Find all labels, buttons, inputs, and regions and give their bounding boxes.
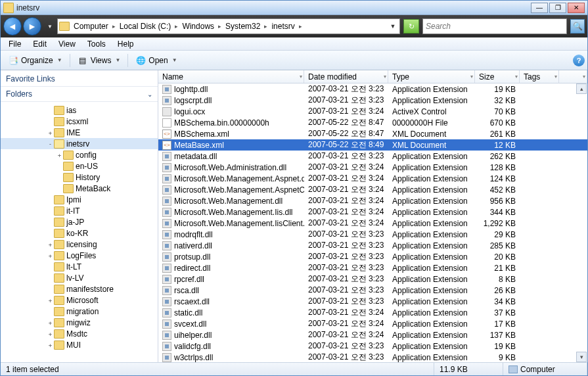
- menu-view[interactable]: View: [53, 38, 81, 50]
- file-row[interactable]: w3ctrlps.dll2007-03-21 오전 3:23Applicatio…: [158, 352, 587, 362]
- search-button[interactable]: 🔍: [570, 19, 585, 34]
- tree-item[interactable]: icsxml: [1, 116, 158, 127]
- help-button[interactable]: ?: [573, 55, 585, 66]
- file-row[interactable]: MBSchema.xml2007-05-22 오전 8:47XML Docume…: [158, 128, 587, 139]
- tree-item[interactable]: ko-KR: [1, 227, 158, 239]
- tree-item[interactable]: +Microsoft: [1, 294, 158, 306]
- expand-toggle[interactable]: -: [47, 141, 54, 147]
- column-tags[interactable]: Tags▾: [520, 70, 559, 83]
- tree-item[interactable]: +IME: [1, 127, 158, 138]
- file-row[interactable]: rpcref.dll2007-03-21 오전 3:23Application …: [158, 273, 587, 285]
- forward-button[interactable]: ►: [23, 17, 41, 35]
- expand-toggle[interactable]: +: [47, 319, 54, 326]
- breadcrumb-segment[interactable]: Local Disk (C:): [117, 22, 174, 31]
- maximize-button[interactable]: ❐: [549, 3, 566, 13]
- column-type[interactable]: Type▾: [388, 70, 475, 83]
- tree-item[interactable]: +Msdtc: [1, 328, 158, 339]
- tree-item[interactable]: +migwiz: [1, 317, 158, 328]
- menu-edit[interactable]: Edit: [28, 38, 52, 50]
- expand-toggle[interactable]: +: [56, 152, 63, 158]
- tree-item[interactable]: it-IT: [1, 205, 158, 216]
- address-bar[interactable]: Computer▸Local Disk (C:)▸Windows▸System3…: [57, 18, 400, 34]
- tree-item[interactable]: +config: [1, 149, 158, 160]
- chevron-down-icon[interactable]: ▾: [583, 74, 585, 80]
- file-row[interactable]: protsup.dll2007-03-21 오전 3:23Application…: [158, 251, 587, 262]
- tree-item[interactable]: +MUI: [1, 339, 158, 350]
- column-name[interactable]: Name▾: [158, 70, 304, 83]
- file-row[interactable]: Microsoft.Web.Administration.dll2007-03-…: [158, 162, 587, 173]
- search-input[interactable]: [426, 22, 564, 31]
- file-row[interactable]: logui.ocx2007-03-21 오전 3:24ActiveX Contr…: [158, 106, 587, 117]
- menu-file[interactable]: File: [3, 38, 26, 50]
- back-button[interactable]: ◄: [3, 17, 22, 35]
- expand-toggle[interactable]: +: [47, 297, 54, 304]
- tree-item[interactable]: -inetsrv: [1, 138, 158, 149]
- file-row[interactable]: Microsoft.Web.Management.IisClient.dll20…: [158, 218, 587, 229]
- breadcrumb-segment[interactable]: System32: [223, 22, 263, 31]
- breadcrumb-segment[interactable]: Windows: [179, 22, 217, 31]
- expand-toggle[interactable]: +: [47, 342, 54, 348]
- chevron-down-icon[interactable]: ▾: [470, 74, 473, 80]
- file-row[interactable]: Microsoft.Web.Management.dll2007-03-21 오…: [158, 195, 587, 206]
- tree-item[interactable]: migration: [1, 306, 158, 317]
- scroll-down-button[interactable]: ▾: [576, 352, 587, 362]
- close-button[interactable]: ✕: [568, 3, 585, 13]
- file-row[interactable]: MBSchema.bin.00000000h2007-05-22 오전 8:47…: [158, 117, 587, 128]
- views-button[interactable]: ▤ Views ▼: [73, 53, 125, 68]
- chevron-right-icon[interactable]: ▸: [173, 23, 179, 30]
- chevron-right-icon[interactable]: ▸: [263, 23, 269, 30]
- chevron-right-icon[interactable]: ▸: [217, 23, 223, 30]
- tree-item[interactable]: ias: [1, 105, 158, 116]
- expand-toggle[interactable]: +: [47, 331, 54, 337]
- file-row[interactable]: logscrpt.dll2007-03-21 오전 3:23Applicatio…: [158, 95, 587, 106]
- folders-header[interactable]: Folders ⌄: [1, 87, 158, 102]
- favorites-header[interactable]: Favorite Links: [1, 70, 158, 87]
- tree-item[interactable]: manifeststore: [1, 283, 158, 294]
- history-dropdown[interactable]: ▼: [45, 18, 55, 34]
- chevron-down-icon[interactable]: ▾: [554, 74, 557, 80]
- tree-item[interactable]: History: [1, 172, 158, 183]
- file-row[interactable]: redirect.dll2007-03-21 오전 3:23Applicatio…: [158, 262, 587, 273]
- open-button[interactable]: 🌐 Open ▼: [131, 53, 181, 68]
- file-row[interactable]: svcext.dll2007-03-21 오전 3:24Application …: [158, 318, 587, 329]
- titlebar[interactable]: inetsrv — ❐ ✕: [1, 1, 587, 15]
- file-row[interactable]: rscaext.dll2007-03-21 오전 3:23Application…: [158, 296, 587, 307]
- chevron-down-icon[interactable]: ▾: [384, 74, 386, 80]
- breadcrumb-segment[interactable]: Computer: [71, 22, 111, 31]
- scroll-up-button[interactable]: ▴: [576, 83, 587, 94]
- file-list[interactable]: loghttp.dll2007-03-21 오전 3:23Application…: [158, 83, 587, 362]
- tree-item[interactable]: MetaBack: [1, 183, 158, 194]
- expand-toggle[interactable]: +: [47, 252, 54, 259]
- file-row[interactable]: rsca.dll2007-03-21 오전 3:23Application Ex…: [158, 285, 587, 296]
- file-row[interactable]: uihelper.dll2007-03-21 오전 3:24Applicatio…: [158, 329, 587, 341]
- tree-item[interactable]: lv-LV: [1, 272, 158, 283]
- file-row[interactable]: static.dll2007-03-21 오전 3:24Application …: [158, 307, 587, 318]
- chevron-right-icon[interactable]: ▸: [298, 23, 304, 30]
- column-date[interactable]: Date modified▾: [304, 70, 388, 83]
- menu-help[interactable]: Help: [112, 38, 139, 50]
- refresh-button[interactable]: ↻: [403, 19, 419, 34]
- expand-toggle[interactable]: +: [47, 241, 54, 248]
- address-dropdown[interactable]: ▼: [388, 23, 398, 30]
- file-row[interactable]: modrqflt.dll2007-03-21 오전 3:23Applicatio…: [158, 229, 587, 240]
- tree-item[interactable]: en-US: [1, 160, 158, 172]
- file-row[interactable]: metadata.dll2007-03-21 오전 3:23Applicatio…: [158, 151, 587, 162]
- tree-item[interactable]: Ipmi: [1, 194, 158, 205]
- file-row[interactable]: MetaBase.xml2007-05-22 오전 8:49XML Docume…: [158, 139, 587, 151]
- tree-item[interactable]: lt-LT: [1, 261, 158, 272]
- tree-item[interactable]: ja-JP: [1, 216, 158, 227]
- chevron-down-icon[interactable]: ▾: [515, 74, 518, 80]
- file-row[interactable]: validcfg.dll2007-03-21 오전 3:23Applicatio…: [158, 341, 587, 352]
- column-size[interactable]: Size▾: [475, 70, 520, 83]
- expand-toggle[interactable]: +: [47, 129, 54, 136]
- breadcrumb-segment[interactable]: inetsrv: [269, 22, 297, 31]
- file-row[interactable]: Microsoft.Web.Management.AspnetClient.dl…: [158, 184, 587, 195]
- organize-button[interactable]: 📑 Organize ▼: [3, 53, 67, 68]
- file-row[interactable]: Microsoft.Web.Management.Aspnet.dll2007-…: [158, 173, 587, 184]
- minimize-button[interactable]: —: [531, 3, 548, 13]
- search-box[interactable]: [422, 18, 567, 34]
- chevron-right-icon[interactable]: ▸: [111, 23, 117, 30]
- chevron-down-icon[interactable]: ▾: [300, 74, 302, 80]
- file-row[interactable]: Microsoft.Web.Management.Iis.dll2007-03-…: [158, 206, 587, 218]
- file-row[interactable]: loghttp.dll2007-03-21 오전 3:23Application…: [158, 83, 587, 95]
